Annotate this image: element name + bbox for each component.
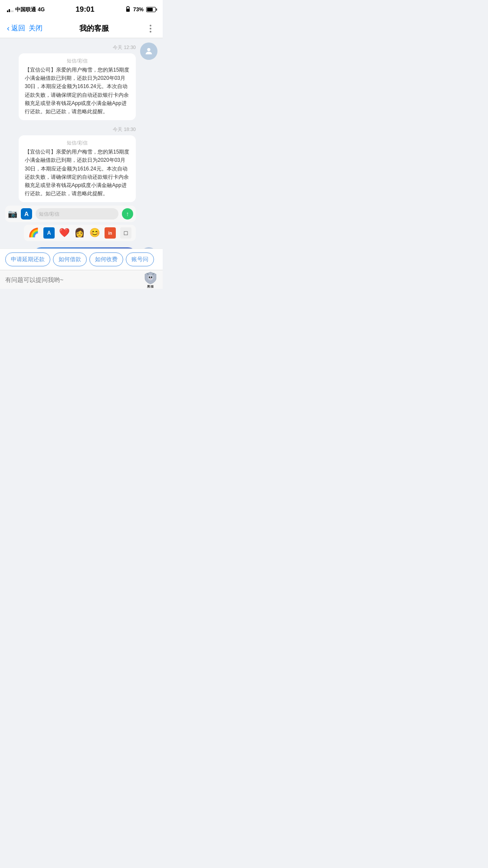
back-button[interactable]: ‹ 返回 关闭 (7, 24, 43, 33)
battery-percent: 73% (133, 7, 144, 13)
send-icon[interactable]: ↑ (122, 208, 133, 219)
emoji-icon-3[interactable]: ❤️ (59, 227, 70, 239)
sms-source-1: 短信/彩信 (25, 58, 130, 64)
status-left: 中国联通 4G (7, 6, 45, 13)
sms-content-1: 【宜信公司】亲爱的用户梅雪，您的第15期度小满金融借款已到期，还款日为2020年… (25, 66, 130, 116)
quick-reply-2[interactable]: 如何借款 (53, 252, 87, 266)
sms-group: 今天 12:30 短信/彩信 【宜信公司】亲爱的用户梅雪，您的第15期度小满金融… (5, 43, 157, 241)
sms-card-2: 今天 18:30 短信/彩信 【宜信公司】亲爱的用户梅雪，您的第15期度小满金融… (5, 124, 136, 202)
network-label: 4G (38, 7, 45, 13)
camera-icon[interactable]: 📷 (8, 209, 17, 219)
svg-point-14 (151, 276, 152, 278)
more-button[interactable] (145, 23, 156, 34)
back-label: 返回 (11, 24, 25, 33)
close-label: 关闭 (29, 24, 43, 33)
carrier-label: 中国联通 (15, 6, 36, 13)
emoji-icon-2[interactable]: A (43, 227, 55, 239)
timestamp-1: 今天 12:30 (113, 44, 136, 51)
svg-point-15 (150, 278, 151, 279)
chevron-left-icon: ‹ (7, 24, 10, 33)
status-bar: 中国联通 4G 19:01 73% (0, 0, 163, 19)
black-cat-watermark: 黑猫 (144, 271, 157, 289)
chat-area: 今天 12:30 短信/彩信 【宜信公司】亲爱的用户梅雪，您的第15期度小满金融… (0, 38, 163, 249)
input-field-sms[interactable]: 短信/彩信 (36, 208, 118, 219)
message-input[interactable] (5, 273, 144, 287)
emoji-icon-6[interactable]: in (105, 227, 116, 239)
battery-icon (146, 7, 156, 12)
svg-point-13 (149, 276, 150, 278)
user-bubble-1: 我延期还款都成功了，怎么还在催收 (33, 247, 137, 249)
quick-reply-1[interactable]: 申请延期还款 (5, 252, 50, 266)
lock-icon (125, 6, 131, 13)
sms-content-2: 【宜信公司】亲爱的用户梅雪，您的第15期度小满金融借款已到期，还款日为2020年… (25, 148, 130, 198)
quick-reply-4[interactable]: 账号问 (126, 252, 154, 266)
status-right: 73% (125, 6, 156, 13)
input-bar: 黑猫 (0, 270, 163, 289)
svg-rect-0 (126, 9, 130, 12)
nav-bar: ‹ 返回 关闭 我的客服 (0, 19, 163, 38)
quick-replies-bar: 申请延期还款 如何借款 如何收费 账号问 (0, 249, 163, 270)
timestamp-2: 今天 18:30 (113, 126, 136, 133)
sms-source-2: 短信/彩信 (25, 140, 130, 146)
svg-point-12 (148, 275, 154, 280)
user-avatar-sms (140, 43, 157, 60)
page-title: 我的客服 (79, 23, 109, 33)
emoji-icon-1[interactable]: 🌈 (28, 227, 39, 239)
app-icon[interactable]: A (21, 208, 32, 219)
quick-reply-3[interactable]: 如何收费 (89, 252, 123, 266)
emoji-icon-7[interactable]: □ (120, 227, 131, 239)
emoji-icon-4[interactable]: 👩 (74, 227, 85, 239)
black-cat-text-label: 黑猫 (147, 285, 154, 289)
sms-card-1: 今天 12:30 短信/彩信 【宜信公司】亲爱的用户梅雪，您的第15期度小满金融… (5, 43, 136, 120)
emoji-icon-5[interactable]: 😊 (89, 227, 100, 239)
time-label: 19:01 (75, 5, 94, 14)
signal-bars (7, 7, 13, 12)
svg-point-1 (147, 48, 150, 51)
